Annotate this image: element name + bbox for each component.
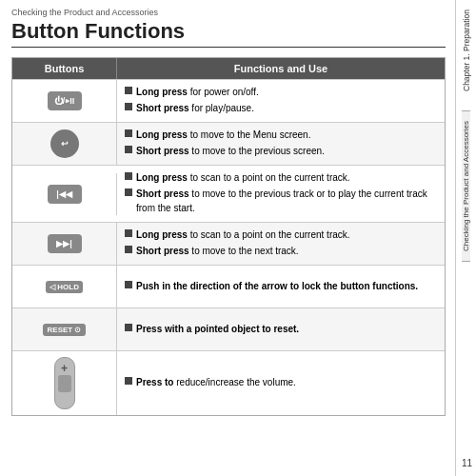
function-text: Press with a pointed object to reset. bbox=[136, 322, 299, 336]
function-cell-volume: Press to reduce/increase the volume. bbox=[117, 370, 445, 396]
bullet bbox=[125, 103, 132, 110]
page-number: 11 bbox=[462, 458, 472, 468]
reset-button-icon: RESET ⊙ bbox=[43, 324, 87, 336]
bullet bbox=[125, 281, 132, 288]
hold-button-icon: ◁ HOLD bbox=[46, 281, 83, 293]
bullet bbox=[125, 246, 132, 253]
prev-button-icon: |◀◀ bbox=[48, 185, 82, 204]
function-text: Short press to move to the next track. bbox=[136, 244, 299, 258]
page-container: Checking the Product and Accessories But… bbox=[0, 0, 476, 476]
function-text: Long press for power on/off. bbox=[136, 85, 259, 99]
volume-button-icon bbox=[54, 357, 75, 409]
main-content: Checking the Product and Accessories But… bbox=[0, 0, 455, 476]
function-cell-next: Long press to scan to a point on the cur… bbox=[117, 223, 445, 265]
button-cell-power: ⏻/▶II bbox=[12, 80, 117, 122]
function-text: Short press for play/pause. bbox=[136, 101, 254, 115]
sidebar-top-section: Chapter 1. Preparation bbox=[462, 0, 471, 91]
bullet bbox=[125, 377, 132, 385]
button-cell-next: ▶▶| bbox=[12, 223, 117, 265]
table-row: |◀◀ Long press to scan to a point on the… bbox=[12, 165, 445, 222]
bullet bbox=[125, 324, 132, 331]
function-text: Short press to move to the previous scre… bbox=[136, 144, 325, 158]
function-text: Press to reduce/increase the volume. bbox=[136, 375, 296, 389]
function-text: Long press to scan to a point on the cur… bbox=[136, 170, 350, 185]
power-button-icon: ⏻/▶II bbox=[48, 91, 82, 110]
table-row: RESET ⊙ Press with a pointed object to r… bbox=[12, 307, 445, 350]
chapter-label: Chapter 1. Preparation bbox=[462, 10, 471, 91]
bullet bbox=[125, 146, 132, 153]
header-small: Checking the Product and Accessories bbox=[11, 8, 446, 17]
button-cell-hold: ◁ HOLD bbox=[12, 266, 117, 307]
button-functions-table: Buttons Functions and Use ⏻/▶II Long pre… bbox=[11, 57, 446, 416]
page-title: Button Functions bbox=[11, 19, 446, 48]
function-cell-reset: Press with a pointed object to reset. bbox=[117, 317, 445, 343]
table-row: ↩ Long press to move to the Menu screen.… bbox=[12, 122, 445, 165]
table-row: ▶▶| Long press to scan to a point on the… bbox=[12, 222, 445, 265]
col-functions-header: Functions and Use bbox=[117, 58, 445, 79]
table-row: ◁ HOLD Push in the direction of the arro… bbox=[12, 265, 445, 307]
function-cell-hold: Push in the direction of the arrow to lo… bbox=[117, 274, 445, 300]
section-label: Checking the Product and Accessories bbox=[462, 115, 470, 257]
sidebar-bottom-section: Checking the Product and Accessories bbox=[462, 110, 470, 262]
function-cell-menu: Long press to move to the Menu screen. S… bbox=[117, 123, 445, 165]
button-cell-menu: ↩ bbox=[12, 123, 117, 165]
function-cell-prev: Long press to scan to a point on the cur… bbox=[117, 166, 445, 222]
volume-slider-indicator bbox=[58, 375, 71, 392]
bullet bbox=[125, 229, 132, 237]
button-cell-reset: RESET ⊙ bbox=[12, 308, 117, 350]
function-text: Long press to scan to a point on the cur… bbox=[136, 228, 350, 242]
bullet bbox=[125, 87, 132, 94]
function-text: Long press to move to the Menu screen. bbox=[136, 128, 310, 142]
bullet bbox=[125, 129, 132, 137]
chapter-sidebar: Chapter 1. Preparation Checking the Prod… bbox=[455, 0, 476, 476]
next-button-icon: ▶▶| bbox=[48, 234, 82, 253]
button-cell-prev: |◀◀ bbox=[12, 173, 117, 215]
button-cell-volume bbox=[12, 351, 117, 415]
function-cell-power: Long press for power on/off. Short press… bbox=[117, 80, 445, 122]
function-text: Short press to move to the previous trac… bbox=[136, 187, 437, 215]
function-text: Push in the direction of the arrow to lo… bbox=[136, 279, 418, 293]
bullet bbox=[125, 188, 132, 196]
table-row: ⏻/▶II Long press for power on/off. Short… bbox=[12, 79, 445, 122]
table-header: Buttons Functions and Use bbox=[12, 58, 445, 79]
menu-button-icon: ↩ bbox=[50, 129, 79, 158]
bullet bbox=[125, 172, 132, 180]
col-buttons-header: Buttons bbox=[12, 58, 117, 79]
table-row: Press to reduce/increase the volume. bbox=[12, 350, 445, 415]
